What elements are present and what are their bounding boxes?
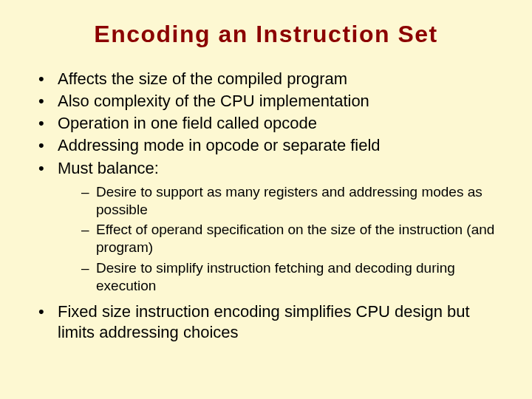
slide: Encoding an Instruction Set Affects the … [0,0,532,399]
slide-title: Encoding an Instruction Set [30,21,502,48]
bullet-text: Must balance: [58,159,159,177]
bullet-item: Fixed size instruction encoding simplifi… [38,301,502,343]
sub-bullet-text: Desire to simplify instruction fetching … [96,260,455,293]
sub-bullet-text: Effect of operand specification on the s… [96,222,494,255]
bullet-item: Addressing mode in opcode or separate fi… [38,135,502,156]
bullet-text: Addressing mode in opcode or separate fi… [58,136,381,154]
bullet-item: Operation in one field called opcode [38,113,502,134]
sub-bullet-item: Effect of operand specification on the s… [81,221,502,256]
bullet-item: Must balance: Desire to support as many … [38,158,502,295]
sub-bullet-list: Desire to support as many registers and … [58,183,502,295]
sub-bullet-item: Desire to simplify instruction fetching … [81,259,502,295]
bullet-item: Affects the size of the compiled program [38,69,502,89]
bullet-item: Also complexity of the CPU implementatio… [38,91,502,112]
bullet-text: Operation in one field called opcode [58,114,317,132]
bullet-text: Affects the size of the compiled program [58,69,347,88]
bullet-text: Also complexity of the CPU implementatio… [58,92,369,110]
sub-bullet-item: Desire to support as many registers and … [81,183,502,219]
bullet-text: Fixed size instruction encoding simplifi… [58,302,470,341]
sub-bullet-text: Desire to support as many registers and … [96,184,482,217]
bullet-list: Affects the size of the compiled program… [30,69,502,344]
